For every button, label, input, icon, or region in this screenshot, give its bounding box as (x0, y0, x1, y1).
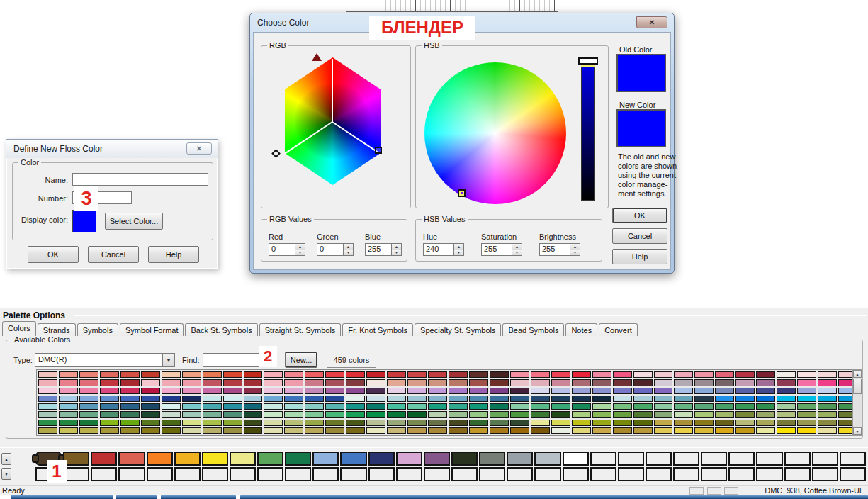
brightness-value[interactable]: 255 (539, 243, 570, 256)
available-color-swatch[interactable] (674, 427, 693, 434)
palette-swatch[interactable] (563, 452, 589, 466)
palette-swatch[interactable] (368, 452, 395, 466)
palette-empty-cell[interactable] (840, 467, 866, 481)
available-color-swatch[interactable] (428, 411, 447, 417)
available-color-swatch[interactable] (182, 371, 201, 378)
tab-colors[interactable]: Colors (2, 321, 36, 336)
available-color-swatch[interactable] (223, 379, 242, 386)
available-color-swatch[interactable] (100, 411, 119, 417)
available-color-swatch[interactable] (613, 388, 632, 394)
available-color-swatch[interactable] (284, 379, 303, 386)
available-color-swatch[interactable] (284, 396, 303, 402)
available-color-swatch[interactable] (572, 420, 591, 426)
available-color-swatch[interactable] (182, 396, 201, 402)
taskbar-segment[interactable] (11, 495, 113, 499)
palette-empty-cell[interactable] (812, 452, 838, 466)
available-color-swatch[interactable] (223, 420, 242, 426)
dropdown-button[interactable]: ▼ (162, 354, 174, 366)
palette-empty-cell[interactable] (312, 467, 339, 481)
palette-scroll-down[interactable]: ▼ (1, 468, 11, 480)
palette-empty-cell[interactable] (646, 467, 672, 481)
available-color-swatch[interactable] (59, 420, 78, 426)
hue-saturation-wheel[interactable] (424, 62, 566, 204)
available-color-swatch[interactable] (674, 388, 693, 394)
available-color-swatch[interactable] (490, 396, 509, 402)
help-button[interactable]: Help (148, 246, 199, 263)
available-color-swatch[interactable] (592, 411, 611, 417)
available-color-swatch[interactable] (633, 427, 653, 434)
palette-swatch[interactable] (174, 452, 201, 466)
available-color-swatch[interactable] (531, 403, 550, 410)
spin-down-icon[interactable]: ▼ (570, 250, 580, 256)
available-color-swatch[interactable] (572, 371, 591, 378)
available-color-swatch[interactable] (449, 427, 468, 434)
available-color-swatch[interactable] (407, 427, 427, 434)
palette-empty-cell[interactable] (451, 467, 478, 481)
taskbar-segment[interactable] (161, 495, 236, 499)
available-color-swatch[interactable] (777, 396, 796, 402)
available-color-swatch[interactable] (244, 396, 263, 402)
available-color-swatch[interactable] (756, 427, 775, 434)
palette-empty-cell[interactable] (230, 467, 256, 481)
palette-swatch[interactable] (91, 452, 117, 466)
available-color-swatch[interactable] (325, 388, 344, 394)
spin-down-icon[interactable]: ▼ (344, 250, 353, 256)
available-color-swatch[interactable] (633, 371, 653, 378)
available-color-swatch[interactable] (490, 388, 509, 394)
ok-button[interactable]: OK (28, 246, 79, 263)
available-color-swatch[interactable] (449, 420, 468, 426)
brightness-spinedit[interactable]: 255▲▼ (539, 243, 580, 256)
available-color-swatch[interactable] (633, 379, 653, 386)
available-color-swatch[interactable] (387, 396, 406, 402)
available-color-swatch[interactable] (756, 420, 775, 426)
available-color-swatch[interactable] (59, 427, 78, 434)
palette-empty-cell[interactable] (756, 467, 782, 481)
available-color-swatch[interactable] (797, 379, 816, 386)
available-color-swatch[interactable] (162, 427, 181, 434)
available-color-swatch[interactable] (551, 388, 570, 394)
available-color-swatch[interactable] (490, 420, 509, 426)
palette-empty-cell[interactable] (91, 467, 117, 481)
available-color-swatch[interactable] (162, 420, 181, 426)
palette-swatch[interactable] (147, 452, 173, 466)
available-color-swatch[interactable] (244, 420, 263, 426)
available-color-swatch[interactable] (203, 371, 222, 378)
available-color-swatch[interactable] (59, 403, 78, 410)
available-color-swatch[interactable] (244, 411, 263, 417)
available-color-swatch[interactable] (613, 420, 632, 426)
brightness-slider[interactable] (581, 60, 595, 201)
available-color-swatch[interactable] (797, 427, 816, 434)
palette-swatch[interactable] (312, 452, 339, 466)
available-color-swatch[interactable] (182, 427, 201, 434)
cube-red-marker[interactable] (312, 53, 322, 61)
available-color-swatch[interactable] (100, 371, 119, 378)
available-color-swatch[interactable] (469, 427, 488, 434)
available-color-swatch[interactable] (674, 403, 693, 410)
available-color-swatch[interactable] (203, 403, 222, 410)
spin-down-icon[interactable]: ▼ (454, 250, 463, 256)
available-color-swatch[interactable] (346, 396, 365, 402)
palette-empty-cell[interactable] (257, 467, 283, 481)
palette-empty-cell[interactable] (673, 467, 699, 481)
available-color-swatch[interactable] (613, 371, 632, 378)
available-color-swatch[interactable] (633, 396, 653, 402)
available-color-swatch[interactable] (613, 379, 632, 386)
type-combobox[interactable]: DMC(R) ▼ (35, 353, 175, 367)
palette-empty-cell[interactable] (174, 467, 201, 481)
available-color-swatch[interactable] (120, 420, 140, 426)
available-color-swatch[interactable] (305, 427, 324, 434)
available-color-swatch[interactable] (264, 403, 283, 410)
available-color-swatch[interactable] (449, 388, 468, 394)
palette-empty-cell[interactable] (590, 467, 616, 481)
cancel-button[interactable]: Cancel (612, 228, 667, 244)
available-color-swatch[interactable] (490, 411, 509, 417)
available-color-swatch[interactable] (531, 379, 550, 386)
palette-empty-cell[interactable] (63, 467, 89, 481)
available-color-swatch[interactable] (551, 379, 570, 386)
available-color-swatch[interactable] (428, 420, 447, 426)
available-color-swatch[interactable] (203, 411, 222, 417)
available-color-swatch[interactable] (818, 379, 837, 386)
available-color-swatch[interactable] (223, 371, 242, 378)
available-color-swatch[interactable] (284, 388, 303, 394)
available-color-swatch[interactable] (203, 388, 222, 394)
